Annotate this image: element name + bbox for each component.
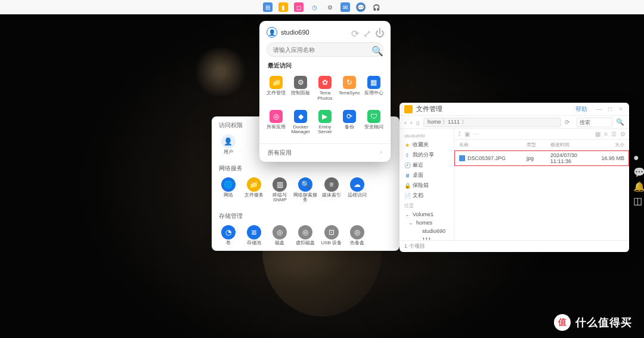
sidebar-item[interactable]: ★收藏夹: [400, 140, 454, 150]
search-icon[interactable]: 🔍: [616, 118, 624, 126]
recent-label: 最近访问: [259, 62, 391, 73]
nav-back-icon[interactable]: ‹: [404, 119, 407, 126]
app-icon: ◆: [294, 110, 307, 123]
app-item[interactable]: 📁文件管理: [264, 73, 289, 104]
clock-icon[interactable]: ◷: [309, 2, 319, 12]
table-row[interactable]: DSC05397.JPG jpg 2024/07/30 11:11:36 16.…: [454, 150, 629, 166]
view-list-icon[interactable]: ≡: [604, 131, 608, 137]
cp-icon: 🔍: [298, 177, 312, 192]
folder-icon[interactable]: ▮: [278, 2, 288, 12]
folder-icon: [404, 105, 413, 113]
app-item[interactable]: ◆Docker Manager: [289, 107, 313, 138]
cp-icon: ☁: [350, 177, 364, 192]
gear-icon[interactable]: ⚙: [325, 2, 335, 12]
new-folder-icon[interactable]: ▣: [465, 131, 470, 137]
close-icon[interactable]: ×: [617, 106, 624, 112]
window-title: 文件管理: [416, 105, 575, 113]
app-item[interactable]: ✿Terra Photos: [313, 73, 338, 104]
search-icon: 🔍: [371, 45, 379, 53]
chat-icon[interactable]: 💬: [633, 167, 642, 175]
cp-item[interactable]: ≡媒体索引: [318, 175, 344, 205]
cp-icon: ◔: [221, 225, 236, 239]
sidebar-item[interactable]: 📄文档: [400, 190, 454, 201]
app-item[interactable]: ↻TerraSync: [337, 73, 361, 104]
tree-studio690[interactable]: studio690: [411, 227, 454, 235]
watermark: 值 什么值得买: [554, 314, 632, 331]
photos-icon[interactable]: ◻: [294, 2, 304, 12]
cp-item[interactable]: ◎热备盘: [344, 223, 370, 248]
app-item[interactable]: ⚙控制面板: [289, 73, 313, 104]
refresh-icon[interactable]: ⟳: [565, 119, 573, 125]
app-item[interactable]: ⟳备份: [337, 107, 361, 138]
cp-item[interactable]: ▥终端与 SNMP: [267, 175, 293, 205]
app-item[interactable]: ◎所有应用: [264, 107, 289, 138]
mail-icon[interactable]: ✉: [340, 2, 350, 12]
cp-icon: ◎: [273, 225, 287, 239]
help-link[interactable]: 帮助: [575, 105, 587, 113]
bell-icon[interactable]: 🔔: [633, 181, 642, 189]
view-detail-icon[interactable]: ☰: [611, 131, 617, 137]
cp-icon: ◎: [350, 225, 364, 239]
nav-forward-icon[interactable]: ›: [410, 119, 413, 126]
app-item[interactable]: 🛡安全顾问: [361, 107, 386, 138]
sidebar-item[interactable]: 🖥桌面: [400, 170, 454, 180]
support-icon[interactable]: 🎧: [371, 2, 381, 12]
cp-item[interactable]: ◎虚拟磁盘: [293, 223, 318, 248]
cp-item[interactable]: ≣存储池: [241, 223, 267, 248]
upload-icon[interactable]: ⤴: [458, 131, 461, 137]
minimize-icon[interactable]: —: [596, 106, 603, 112]
cp-item[interactable]: 🌐网络: [215, 175, 241, 205]
chat-icon[interactable]: 💬: [356, 2, 366, 12]
watermark-badge: 值: [554, 314, 571, 331]
cp-item[interactable]: ◎磁盘: [267, 223, 293, 248]
cp-item[interactable]: ☁远程访问: [344, 175, 370, 205]
app-icon: ▦: [367, 76, 380, 89]
watermark-text: 什么值得买: [575, 315, 632, 330]
fm-statusbar: 1 个项目: [400, 240, 629, 252]
sidebar-item[interactable]: 🕘最近: [400, 160, 454, 170]
app-icon: 🛡: [367, 110, 380, 123]
app-icon: ◎: [270, 110, 283, 123]
cp-item[interactable]: 📁文件服务: [241, 175, 267, 205]
expand-icon[interactable]: ⤢: [363, 28, 371, 36]
user-icon: 👤: [221, 134, 236, 149]
right-sidebar: ● 💬 🔔 ◫: [633, 152, 642, 204]
cp-icon: 🌐: [221, 177, 236, 192]
tree-111[interactable]: ⌄111: [411, 235, 454, 240]
sidebar-item[interactable]: 🔒保险箱: [400, 180, 454, 190]
launcher-search[interactable]: 🔍: [267, 42, 383, 57]
breadcrumb[interactable]: home 〉1111 〉: [423, 118, 561, 127]
app-item[interactable]: ▶Emby Server: [313, 107, 338, 138]
sidebar-volume[interactable]: ⌄ Volume1: [400, 210, 454, 219]
cp-icon: ◎: [298, 225, 312, 239]
app-item[interactable]: ▦应用中心: [361, 73, 386, 104]
dashboard-icon[interactable]: ◫: [633, 195, 642, 204]
top-menubar: ⊞ ▮ ◻ ◷ ⚙ ✉ 💬 🎧: [0, 0, 644, 14]
fm-search-input[interactable]: [577, 118, 612, 127]
settings-icon[interactable]: ⚙: [620, 131, 626, 137]
launcher-all-apps[interactable]: 所有应用 ›: [259, 143, 391, 158]
tree-homes[interactable]: ⌄homes: [405, 219, 454, 227]
power-icon[interactable]: ⏻: [375, 28, 383, 36]
cp-section-storage: 存储管理: [212, 207, 400, 223]
nav-up-icon[interactable]: ⌂: [416, 119, 420, 126]
search-input[interactable]: [267, 42, 383, 57]
sidebar-item[interactable]: ⇪我的分享: [400, 150, 454, 160]
user-avatar-icon[interactable]: 👤: [267, 27, 277, 38]
table-header: 名称 类型 修改时间 大小: [454, 140, 629, 150]
refresh-icon[interactable]: ⟳: [351, 28, 360, 36]
more-icon[interactable]: ⋯: [473, 131, 479, 137]
chevron-down-icon: ⌄: [404, 211, 410, 217]
cp-item[interactable]: ◔卷: [215, 223, 241, 248]
maximize-icon[interactable]: □: [606, 106, 614, 112]
cp-item[interactable]: 🔍网络探索服务: [293, 175, 318, 205]
notification-icon[interactable]: ●: [633, 152, 642, 161]
cp-item-user[interactable]: 👤 用户: [215, 132, 241, 157]
view-grid-icon[interactable]: ▦: [595, 131, 600, 137]
dashboard-icon[interactable]: ⊞: [263, 2, 273, 12]
cp-icon: ≡: [324, 177, 339, 192]
fm-sidebar: studio690 ★收藏夹⇪我的分享🕘最近🖥桌面🔒保险箱📄文档 位置 ⌄ Vo…: [400, 129, 454, 240]
app-icon: ⚙: [294, 76, 307, 89]
cp-icon: ▥: [273, 177, 287, 192]
cp-item[interactable]: ⊡USB 设备: [318, 223, 344, 248]
